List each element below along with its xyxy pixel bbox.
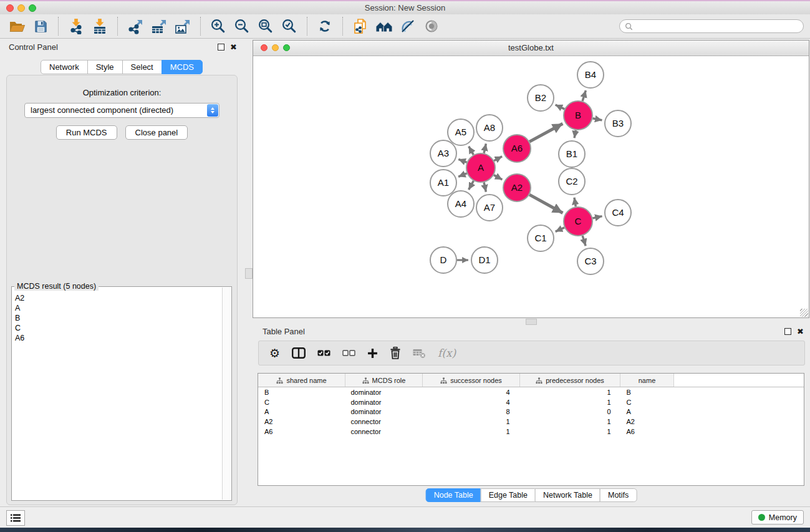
edge-B-B4[interactable] xyxy=(582,90,586,101)
node-A4[interactable]: A4 xyxy=(448,191,474,217)
table-row[interactable]: A2connector11A2 xyxy=(258,417,804,427)
tab-mcds[interactable]: MCDS xyxy=(162,60,203,74)
node-B2[interactable]: B2 xyxy=(528,85,554,111)
edge-C-C2[interactable] xyxy=(574,198,576,207)
node-C2[interactable]: C2 xyxy=(559,168,585,195)
column-header-successor-nodes[interactable]: successor nodes xyxy=(423,374,520,387)
vertical-splitter-handle[interactable] xyxy=(245,268,253,279)
function-builder-button[interactable]: f(x) xyxy=(438,347,456,359)
export-table-button[interactable] xyxy=(147,16,171,37)
export-image-button[interactable] xyxy=(171,16,195,37)
refresh-button[interactable] xyxy=(313,16,337,37)
result-item[interactable]: C xyxy=(15,323,222,333)
edge-A-A3[interactable] xyxy=(458,159,466,162)
tab-select[interactable]: Select xyxy=(122,60,162,74)
node-B4[interactable]: B4 xyxy=(577,62,604,88)
result-scrollbar[interactable] xyxy=(222,288,231,500)
network-window-titlebar[interactable]: testGlobe.txt xyxy=(253,41,809,56)
edge-A2-C[interactable] xyxy=(529,195,562,213)
edge-A-A7[interactable] xyxy=(484,182,486,191)
table-row[interactable]: Adominator80A xyxy=(258,407,804,417)
node-A6[interactable]: A6 xyxy=(503,135,531,162)
column-header-shared-name[interactable]: shared name xyxy=(258,374,345,387)
zoom-in-button[interactable] xyxy=(206,16,230,37)
node-A8[interactable]: A8 xyxy=(476,115,503,141)
vizmapper-button[interactable] xyxy=(396,16,420,37)
run-mcds-button[interactable]: Run MCDS xyxy=(56,125,117,140)
settings-gear-button[interactable]: ⚙ xyxy=(269,347,280,359)
edge-A-A5[interactable] xyxy=(469,147,474,155)
zoom-out-button[interactable] xyxy=(230,16,254,37)
save-session-button[interactable] xyxy=(29,16,52,37)
search-field[interactable] xyxy=(619,19,804,33)
close-table-panel-icon[interactable]: ✖ xyxy=(797,327,804,336)
column-header-predecessor-nodes[interactable]: predecessor nodes xyxy=(520,374,620,387)
node-C[interactable]: C xyxy=(564,207,592,236)
tab-motifs[interactable]: Motifs xyxy=(600,488,637,502)
eye-button[interactable] xyxy=(420,16,443,37)
network-canvas[interactable]: B4B2BB3A8A5A6A3B1AC2A1A2A4A7C4CC1C3DD1 xyxy=(253,56,809,317)
edge-C-C3[interactable] xyxy=(582,236,586,246)
export-network-button[interactable] xyxy=(123,16,147,37)
delete-table-button[interactable] xyxy=(413,347,426,359)
minimize-network-button[interactable] xyxy=(272,44,279,51)
close-network-button[interactable] xyxy=(261,44,268,51)
edge-C-C4[interactable] xyxy=(592,216,602,218)
edge-A-A8[interactable] xyxy=(484,143,486,153)
node-C3[interactable]: C3 xyxy=(577,248,604,274)
node-A3[interactable]: A3 xyxy=(430,140,456,167)
column-header-MCDS-role[interactable]: MCDS role xyxy=(345,374,423,387)
home-button[interactable] xyxy=(372,16,396,37)
edge-B-B3[interactable] xyxy=(593,118,602,120)
network-document-button[interactable] xyxy=(349,16,372,37)
float-panel-icon[interactable] xyxy=(218,44,224,51)
search-input[interactable] xyxy=(636,21,798,31)
add-column-button[interactable] xyxy=(367,348,378,359)
edge-A-A2[interactable] xyxy=(494,175,502,180)
result-item[interactable]: A2 xyxy=(15,293,222,303)
table-row[interactable]: A6connector11A6 xyxy=(258,427,804,437)
close-panel-icon[interactable]: ✖ xyxy=(230,43,237,51)
delete-column-button[interactable] xyxy=(390,347,401,359)
node-A7[interactable]: A7 xyxy=(476,195,503,221)
node-B3[interactable]: B3 xyxy=(605,110,631,137)
node-D1[interactable]: D1 xyxy=(471,247,498,273)
zoom-selected-button[interactable] xyxy=(277,16,301,37)
table-row[interactable]: Cdominator41C xyxy=(258,397,804,407)
tab-edge-table[interactable]: Edge Table xyxy=(481,488,536,502)
node-B1[interactable]: B1 xyxy=(559,141,585,167)
node-A2[interactable]: A2 xyxy=(503,174,531,201)
edge-B-B1[interactable] xyxy=(574,130,576,138)
node-C1[interactable]: C1 xyxy=(528,225,554,251)
window-resize-grip[interactable] xyxy=(800,309,808,317)
result-item[interactable]: A6 xyxy=(15,333,222,343)
table-row[interactable]: Bdominator41B xyxy=(258,387,804,397)
node-D[interactable]: D xyxy=(430,247,456,273)
task-history-button[interactable] xyxy=(6,510,25,526)
zoom-network-button[interactable] xyxy=(283,44,290,51)
memory-button[interactable]: Memory xyxy=(751,510,804,525)
close-panel-button[interactable]: Close panel xyxy=(125,125,188,140)
node-C4[interactable]: C4 xyxy=(605,200,631,226)
tab-node-table[interactable]: Node Table xyxy=(426,488,481,502)
edge-C-C1[interactable] xyxy=(556,228,564,232)
node-A1[interactable]: A1 xyxy=(430,170,456,196)
column-visibility-button[interactable] xyxy=(292,347,306,359)
edge-A-A6[interactable] xyxy=(494,157,502,161)
zoom-fit-button[interactable] xyxy=(254,16,277,37)
node-A5[interactable]: A5 xyxy=(448,119,474,145)
criterion-dropdown[interactable]: largest connected component (directed) xyxy=(24,103,219,118)
result-item[interactable]: A xyxy=(15,303,222,313)
tab-network-table[interactable]: Network Table xyxy=(535,488,600,502)
edge-A-A4[interactable] xyxy=(469,181,474,190)
edge-A-A1[interactable] xyxy=(458,173,467,177)
tab-style[interactable]: Style xyxy=(87,60,123,74)
column-header-name[interactable]: name xyxy=(620,374,674,387)
select-all-button[interactable] xyxy=(317,348,330,358)
import-network-button[interactable] xyxy=(64,16,88,37)
node-B[interactable]: B xyxy=(564,101,592,130)
edge-B-B2[interactable] xyxy=(556,105,565,109)
result-item[interactable]: B xyxy=(15,313,222,323)
deselect-all-button[interactable] xyxy=(342,348,355,358)
open-file-button[interactable] xyxy=(5,16,29,37)
